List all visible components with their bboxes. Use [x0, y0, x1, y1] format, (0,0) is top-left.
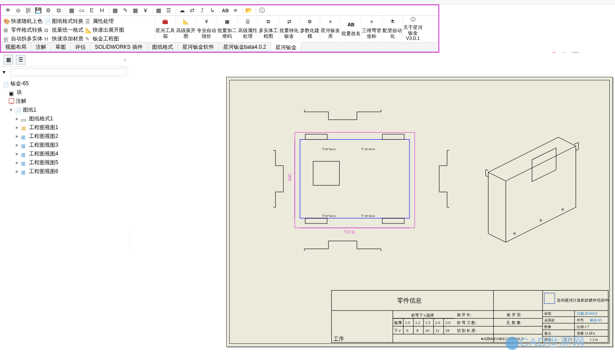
funnel-icon[interactable]: ▾ [3, 69, 9, 75]
tb-currency-icon[interactable]: ¥ [141, 6, 150, 15]
workspace: ▦ ☰ › ▾ 📄钣金-65 ▣块 A注解 ▾📄图纸1 ▸▭图纸格式1 ▸⌘工程… [0, 53, 615, 364]
tb-box-icon[interactable]: ▭ [77, 6, 86, 15]
svg-text:孔  数  量:: 孔 数 量: [506, 321, 521, 325]
tab-view-layout[interactable]: 视图布局 [1, 43, 31, 51]
separator [256, 7, 256, 14]
rbtn-3d-bend[interactable]: ≡三维弯管坐标 [361, 16, 382, 42]
svg-text:切 割 长 度:: 切 割 长 度: [457, 328, 477, 333]
tb-sliders-icon[interactable]: ≡ [231, 6, 240, 15]
panel-expand-icon[interactable]: › [124, 56, 126, 63]
separator [109, 7, 109, 14]
tb-edit-icon[interactable]: ✎ [121, 6, 130, 15]
svg-text:数量: 数量 [544, 325, 551, 329]
svg-rect-3 [305, 218, 327, 223]
tb-fold-icon[interactable]: 折 [24, 6, 33, 15]
tb-open-icon[interactable]: 📂 [244, 6, 253, 15]
tb-save-icon[interactable]: 💾 [34, 6, 43, 15]
btn-auto-split[interactable]: 折自动拆多实体 [4, 35, 43, 43]
tree-item-blocks[interactable]: ▣块 [3, 88, 127, 97]
svg-text:18: 18 [445, 328, 449, 333]
rbtn-sm-lib[interactable]: ≡星河钣金库 [320, 16, 340, 42]
svg-text:日期 2019/6/4: 日期 2019/6/4 [577, 312, 597, 316]
tb-circle-icon[interactable]: ⊖ [14, 6, 22, 15]
command-tabs: 视图布局 注解 草图 评估 SOLIDWORKS 插件 图纸格式 星河钣金软件 … [1, 42, 438, 52]
tb-star-icon[interactable]: ⧉ [54, 6, 63, 15]
rbtn-pipe-auto[interactable]: ⚗配管自动化 [382, 16, 402, 42]
tree-item-annotations[interactable]: A注解 [3, 97, 127, 105]
svg-text:下 90° R0.01: 下 90° R0.01 [322, 215, 336, 217]
tab-annotation[interactable]: 注解 [31, 43, 51, 51]
btn-batch-format[interactable]: ⧉批量统一格式 [44, 26, 83, 34]
btn-add-material[interactable]: H快速添加材质 [44, 35, 83, 43]
tree-root[interactable]: 📄钣金-65 [3, 79, 127, 88]
tab-sketch[interactable]: 草图 [51, 43, 71, 51]
tab-sheet-format[interactable]: 图纸格式 [148, 43, 178, 51]
tb-sock-icon[interactable]: ⤴ [198, 6, 206, 15]
btn-flat-pattern[interactable]: 📐快速出展开图 [85, 26, 124, 34]
tb-e-icon[interactable]: E [87, 6, 96, 15]
rbtn-multi-body[interactable]: ⧉多实体工程图 [258, 16, 279, 42]
svg-rect-5 [313, 161, 340, 185]
svg-rect-4 [382, 218, 404, 223]
tab-evaluate[interactable]: 评估 [71, 43, 90, 51]
feature-tree: 📄钣金-65 ▣块 A注解 ▾📄图纸1 ▸▭图纸格式1 ▸⌘工程图视图1 ▸⊞工… [0, 77, 130, 364]
btn-property[interactable]: ☰属性处理 [85, 18, 114, 25]
tree-item-sheet1[interactable]: ▾📄图纸1 [3, 105, 127, 114]
drawing-canvas[interactable]: 下 90° R0.01 下 90° R0.01 下 90° R0.01 下 90… [130, 53, 615, 364]
rbtn-toolbox[interactable]: 🧰星河工具箱 [155, 16, 175, 42]
svg-text:下 90° R0.01: 下 90° R0.01 [361, 215, 375, 217]
filter-input[interactable] [11, 68, 127, 76]
tree-item-format1[interactable]: ▸▭图纸格式1 [3, 114, 127, 123]
svg-text:材质: 材质 [544, 312, 551, 316]
svg-text:比例 1:7: 比例 1:7 [577, 325, 589, 329]
rbtn-batch-qr[interactable]: ▦批量加二维码 [217, 16, 237, 42]
svg-text:展 开 长:: 展 开 长: [457, 313, 472, 317]
btn-sheet-convert[interactable]: 📄图纸格式转换 [44, 18, 83, 25]
rbtn-adv-prop[interactable]: ☰高级属性处理 [237, 16, 258, 42]
rbtn-adv-unfold[interactable]: 📐高级展开图 [175, 16, 196, 42]
panel-btn-2-icon[interactable]: ☰ [16, 55, 25, 65]
tb-cloud-icon[interactable]: ☁ [177, 6, 186, 15]
tb-list-icon[interactable]: ☰ [164, 6, 173, 15]
tb-gear-icon[interactable]: ⚙ [44, 6, 53, 15]
rbtn-param[interactable]: ⚙参数化建模 [299, 16, 320, 42]
panel-switcher: ▦ ☰ › [0, 53, 130, 67]
tab-xh-sheetmetal[interactable]: 星河钣金 [271, 42, 301, 51]
svg-text:下 90° R0.01: 下 90° R0.01 [322, 148, 336, 151]
tree-item-view4[interactable]: ▸⊞工程图视图4 [3, 149, 127, 158]
tb-grid2-icon[interactable]: ▦ [131, 6, 140, 15]
rbtn-auto-quote[interactable]: ¥专业自动报价 [196, 16, 217, 42]
separator [65, 7, 66, 14]
tb-calc-icon[interactable]: ▦ [67, 6, 76, 15]
tb-info-icon[interactable]: ⓘ [257, 6, 266, 15]
btn-random-color[interactable]: 🎨快速随机上色 [4, 18, 43, 25]
tb-eye-icon[interactable]: 👁 [4, 6, 12, 15]
svg-point-14 [514, 233, 515, 234]
tb-grid3-icon[interactable]: ▦ [154, 6, 163, 15]
tree-item-view5[interactable]: ▸⊞工程图视图5 [3, 158, 127, 167]
tree-item-view3[interactable]: ▸⊞工程图视图3 [3, 141, 127, 149]
tab-xh-beta[interactable]: 星河钣金bata4.0.2 [219, 43, 271, 51]
separator [176, 7, 176, 14]
rbtn-batch-rename[interactable]: AB批量改名 [340, 16, 361, 42]
tb-process-label: 工序 [333, 336, 344, 342]
rbtn-batch-sm[interactable]: ⇄批量转化钣金 [279, 16, 299, 42]
rbtn-about[interactable]: ⓘ关于星河钣金V3.0.1 [402, 16, 423, 42]
tree-filter-bar: ▾ [0, 67, 130, 77]
btn-sheetmetal-dwg[interactable]: ✎钣金工程图 [85, 35, 119, 43]
panel-btn-1-icon[interactable]: ▦ [4, 55, 13, 65]
tb-ab-icon[interactable]: AB [221, 6, 230, 15]
ribbon-frame: 👁 ⊖ 折 💾 ⚙ ⧉ ▦ ▭ E H ▦ ✎ ▦ ¥ ▦ ☰ ☁ ⇄ ⤴ ↳ … [0, 4, 439, 53]
tree-item-view6[interactable]: ▸⊞工程图视图6 [3, 167, 127, 176]
tab-xh-software[interactable]: 星河钣金软件 [178, 43, 219, 51]
ribbon-right-panel: 🧰星河工具箱 📐高级展开图 ¥专业自动报价 ▦批量加二维码 ☰高级属性处理 ⧉多… [155, 16, 438, 42]
tab-sw-addins[interactable]: SOLIDWORKS 插件 [90, 43, 148, 51]
tb-angle-icon[interactable]: ↳ [208, 6, 217, 15]
btn-part-convert[interactable]: ⊞零件格式转换 [4, 26, 43, 34]
tb-h-icon[interactable]: H [98, 6, 106, 15]
tree-item-view2[interactable]: ▸⊞工程图视图2 [3, 132, 127, 141]
tb-grid1-icon[interactable]: ▦ [111, 6, 119, 15]
tb-swap-icon[interactable]: ⇄ [188, 6, 196, 15]
tree-item-view1[interactable]: ▸⌘工程图视图1 [3, 123, 127, 132]
svg-text:质量 12.68 k: 质量 12.68 k [577, 332, 595, 335]
